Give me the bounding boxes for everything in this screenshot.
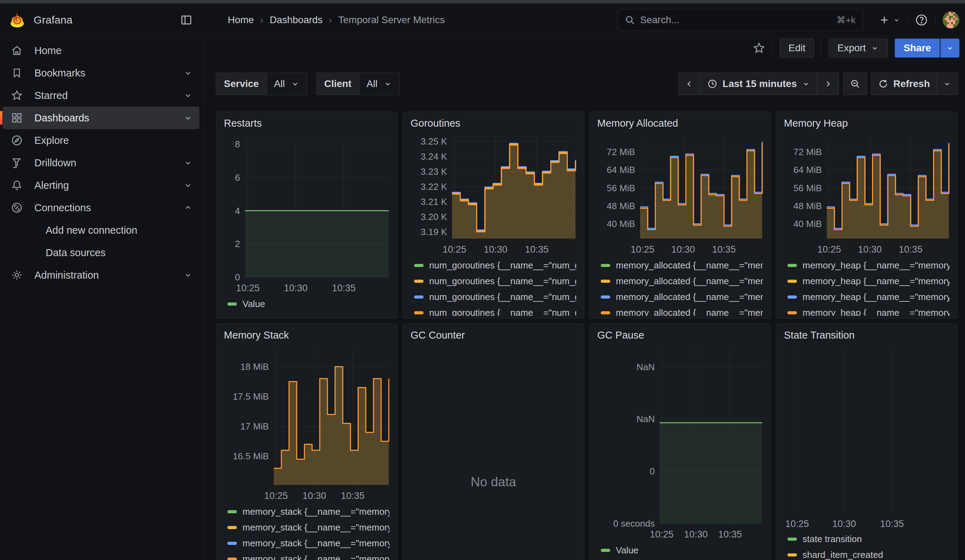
sidebar-item-bookmarks[interactable]: Bookmarks (3, 62, 199, 84)
legend-item[interactable]: num_goroutines {__name__="num_go (414, 289, 576, 305)
sidebar-item-label: Add new connection (46, 225, 199, 236)
legend-item[interactable]: memory_allocated {__name__="memo (601, 258, 763, 273)
client-filter-select[interactable]: All (360, 73, 400, 95)
legend-item[interactable]: memory_allocated {__name__="memo (601, 305, 763, 316)
breadcrumb-home[interactable]: Home (228, 15, 254, 26)
chart-state-transition[interactable]: 10:2510:3010:35 (784, 344, 950, 530)
star-dashboard-icon[interactable] (753, 42, 765, 54)
refresh-interval-dropdown[interactable] (937, 73, 958, 95)
legend-item[interactable]: memory_allocated {__name__="memo (601, 273, 763, 289)
edit-button[interactable]: Edit (780, 39, 814, 57)
chevron-down-icon (893, 16, 900, 24)
search-shortcut: ⌘+k (837, 15, 855, 26)
chart-gc-pause[interactable]: 0 seconds0NaNNaN10:2510:3010:35 (597, 344, 764, 541)
svg-text:10:25: 10:25 (236, 283, 260, 293)
chevron-down-icon (943, 80, 951, 88)
svg-text:0: 0 (650, 466, 655, 477)
sidebar-item-starred[interactable]: Starred (3, 84, 199, 107)
legend-item[interactable]: num_goroutines {__name__="num_go (414, 258, 576, 273)
sidebar-item-explore[interactable]: Explore (3, 129, 199, 152)
divider (821, 41, 821, 55)
sidebar-item-connections[interactable]: Connections (3, 196, 199, 219)
sidebar-item-label: Starred (34, 90, 183, 101)
chart-memory-stack[interactable]: 16.5 MiB17 MiB17.5 MiB18 MiB10:2510:3010… (224, 344, 390, 503)
legend-item[interactable]: shard_item_created (787, 547, 950, 560)
export-button[interactable]: Export (829, 39, 888, 57)
svg-text:10:30: 10:30 (484, 244, 508, 255)
service-filter-select[interactable]: All (267, 73, 307, 95)
legend-goroutines: num_goroutines {__name__="num_gonum_goro… (411, 258, 576, 316)
legend-item[interactable]: memory_heap {__name__="memory_h (787, 273, 950, 289)
legend-item[interactable]: memory_allocated {__name__="memo (601, 289, 763, 305)
legend-item[interactable]: num_goroutines {__name__="num_go (414, 273, 576, 289)
panel-title-memory-allocated[interactable]: Memory Allocated (597, 118, 763, 129)
share-dropdown-button[interactable] (940, 39, 959, 57)
sidebar-item-label: Bookmarks (34, 67, 183, 79)
chart-memory-heap[interactable]: 40 MiB48 MiB56 MiB64 MiB72 MiB10:2510:30… (784, 132, 950, 256)
chevron-up-icon (183, 203, 193, 213)
chart-goroutines[interactable]: 3.19 K3.20 K3.21 K3.22 K3.23 K3.24 K3.25… (411, 132, 577, 256)
sidebar-item-home[interactable]: Home (3, 39, 199, 62)
legend-item[interactable]: memory_stack {__name__="memory_s (227, 536, 389, 551)
chevron-down-icon (291, 79, 300, 88)
legend-swatch-icon (227, 510, 237, 513)
legend-item[interactable]: Value (227, 296, 389, 312)
panel-title-gc-pause[interactable]: GC Pause (597, 330, 763, 341)
zoom-out-time-button[interactable] (843, 73, 867, 95)
legend-item[interactable]: Value (601, 542, 763, 558)
legend-item[interactable]: memory_stack {__name__="memory_s (227, 551, 389, 560)
panel-title-state-transition[interactable]: State Transition (784, 330, 950, 341)
legend-swatch-icon (601, 296, 610, 299)
sidebar-item-alerting[interactable]: Alerting (3, 174, 199, 196)
search-input[interactable]: Search... ⌘+k (617, 9, 863, 31)
user-avatar[interactable] (942, 11, 959, 28)
help-button[interactable] (915, 13, 928, 27)
breadcrumb-dashboards[interactable]: Dashboards (270, 15, 322, 26)
dashboard-content: Service All Client All Last 15 minutes (205, 60, 965, 560)
chart-restarts[interactable]: 0246810:2510:3010:35 (224, 132, 390, 295)
sidebar-item-drilldown[interactable]: Drilldown (3, 152, 199, 174)
legend-restarts: Value (224, 296, 389, 312)
panel-title-gc-counter[interactable]: GC Counter (411, 330, 576, 341)
panel-goroutines: Goroutines3.19 K3.20 K3.21 K3.22 K3.23 K… (402, 112, 584, 318)
sidebar-item-administration[interactable]: Administration (3, 264, 199, 286)
svg-text:NaN: NaN (636, 362, 655, 372)
svg-text:17.5 MiB: 17.5 MiB (233, 391, 269, 402)
add-new-button[interactable] (879, 15, 900, 26)
time-shift-forward-button[interactable] (817, 73, 839, 95)
legend-item[interactable]: memory_heap {__name__="memory_h (787, 305, 950, 316)
refresh-group: Refresh (871, 73, 958, 95)
panel-state-transition: State Transition10:2510:3010:35state tra… (776, 323, 958, 560)
legend-item[interactable]: memory_stack {__name__="memory_s (227, 504, 389, 520)
legend-item[interactable]: num_goroutines {__name__="num_go (414, 305, 576, 316)
panel-title-restarts[interactable]: Restarts (224, 118, 389, 129)
panel-title-memory-heap[interactable]: Memory Heap (784, 118, 950, 129)
chevron-down-icon (946, 44, 954, 52)
svg-text:48 MiB: 48 MiB (793, 201, 822, 211)
legend-item[interactable]: memory_stack {__name__="memory_s (227, 520, 389, 536)
plus-icon (879, 15, 890, 26)
svg-text:40 MiB: 40 MiB (607, 219, 635, 229)
panel-title-memory-stack[interactable]: Memory Stack (224, 330, 389, 341)
sidebar-item-add-new-connection[interactable]: Add new connection (3, 219, 199, 242)
sidebar-item-dashboards[interactable]: Dashboards (3, 107, 199, 129)
time-range-picker[interactable]: Last 15 minutes (701, 73, 817, 95)
legend-swatch-icon (227, 526, 237, 529)
refresh-button[interactable]: Refresh (871, 73, 937, 95)
legend-swatch-icon (414, 296, 424, 299)
sidebar-navigation: HomeBookmarksStarredDashboardsExploreDri… (0, 36, 204, 560)
dock-menu-toggle-icon[interactable] (180, 14, 193, 26)
chart-memory-allocated[interactable]: 40 MiB48 MiB56 MiB64 MiB72 MiB10:2510:30… (597, 132, 764, 256)
share-button[interactable]: Share (895, 39, 940, 57)
time-shift-back-button[interactable] (678, 73, 701, 95)
panel-title-goroutines[interactable]: Goroutines (411, 118, 576, 129)
chevron-down-icon (183, 90, 193, 100)
chevron-right-icon (823, 79, 833, 88)
legend-item[interactable]: state transition (787, 531, 950, 547)
sidebar-item-data-sources[interactable]: Data sources (3, 242, 199, 264)
panel-restarts: Restarts0246810:2510:3010:35Value (216, 112, 397, 318)
svg-text:3.23 K: 3.23 K (421, 166, 447, 177)
legend-item[interactable]: memory_heap {__name__="memory_h (787, 289, 950, 305)
dashboard-panel-grid: Restarts0246810:2510:3010:35ValueGorouti… (216, 112, 958, 560)
legend-item[interactable]: memory_heap {__name__="memory_h (787, 258, 950, 273)
